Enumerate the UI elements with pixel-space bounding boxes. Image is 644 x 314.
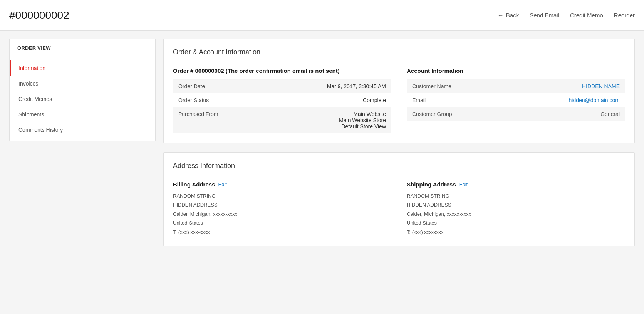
- email-value: hidden@domain.com: [505, 93, 625, 107]
- billing-address-text: RANDOM STRING HIDDEN ADDRESS Calder, Mic…: [173, 191, 391, 237]
- sidebar-item-information[interactable]: Information: [10, 60, 155, 76]
- header-actions: ← Back Send Email Credit Memo Reorder: [498, 12, 635, 19]
- sidebar-item-credit-memos[interactable]: Credit Memos: [10, 91, 155, 107]
- table-row: Email hidden@domain.com: [407, 93, 625, 107]
- customer-name-label: Customer Name: [407, 79, 505, 93]
- order-date-label: Order Date: [173, 79, 265, 93]
- customer-group-label: Customer Group: [407, 107, 505, 121]
- back-arrow-icon: ←: [498, 12, 504, 19]
- billing-address-heading: Billing Address Edit: [173, 181, 391, 188]
- send-email-button[interactable]: Send Email: [530, 12, 559, 18]
- sidebar: ORDER VIEW Information Invoices Credit M…: [9, 39, 156, 306]
- customer-name-value: HIDDEN NAME: [505, 79, 625, 93]
- order-info-col: Order # 000000002 (The order confirmatio…: [173, 67, 391, 133]
- sidebar-title: ORDER VIEW: [10, 39, 155, 57]
- table-row: Customer Name HIDDEN NAME: [407, 79, 625, 93]
- billing-edit-link[interactable]: Edit: [218, 181, 226, 187]
- account-info-col: Account Information Customer Name HIDDEN…: [407, 67, 625, 133]
- email-link[interactable]: hidden@domain.com: [569, 97, 620, 103]
- order-account-section: Order & Account Information Order # 0000…: [163, 39, 635, 143]
- address-heading: Address Information: [173, 162, 625, 175]
- address-two-col: Billing Address Edit RANDOM STRING HIDDE…: [173, 181, 625, 237]
- sidebar-item-comments-history[interactable]: Comments History: [10, 122, 155, 138]
- customer-group-value: General: [505, 107, 625, 121]
- credit-memo-button[interactable]: Credit Memo: [570, 12, 603, 18]
- order-status-value: Complete: [265, 93, 391, 107]
- sidebar-item-invoices[interactable]: Invoices: [10, 76, 155, 91]
- order-account-two-col: Order # 000000002 (The order confirmatio…: [173, 67, 625, 133]
- account-heading: Account Information: [407, 67, 625, 74]
- shipping-address-text: RANDOM STRING HIDDEN ADDRESS Calder, Mic…: [407, 191, 625, 237]
- shipping-edit-link[interactable]: Edit: [459, 181, 468, 187]
- billing-address-col: Billing Address Edit RANDOM STRING HIDDE…: [173, 181, 391, 237]
- main-content: Order & Account Information Order # 0000…: [163, 39, 635, 306]
- email-label: Email: [407, 93, 505, 107]
- order-sub-heading: Order # 000000002 (The order confirmatio…: [173, 67, 391, 74]
- table-row: Purchased From Main Website Main Website…: [173, 107, 391, 133]
- sidebar-item-shipments[interactable]: Shipments: [10, 107, 155, 122]
- reorder-button[interactable]: Reorder: [614, 12, 635, 18]
- order-date-value: Mar 9, 2017, 3:30:45 AM: [265, 79, 391, 93]
- address-section: Address Information Billing Address Edit…: [163, 152, 635, 246]
- order-info-table: Order Date Mar 9, 2017, 3:30:45 AM Order…: [173, 79, 391, 133]
- customer-name-link[interactable]: HIDDEN NAME: [582, 83, 620, 89]
- order-status-label: Order Status: [173, 93, 265, 107]
- sidebar-box: ORDER VIEW Information Invoices Credit M…: [9, 39, 156, 141]
- page-title: #000000002: [9, 9, 498, 22]
- page-body: ORDER VIEW Information Invoices Credit M…: [0, 31, 644, 314]
- account-info-table: Customer Name HIDDEN NAME Email hidden@d…: [407, 79, 625, 121]
- page-header: #000000002 ← Back Send Email Credit Memo…: [0, 0, 644, 31]
- purchased-from-value: Main Website Main Website Store Default …: [265, 107, 391, 133]
- order-account-heading: Order & Account Information: [173, 48, 625, 61]
- shipping-address-col: Shipping Address Edit RANDOM STRING HIDD…: [407, 181, 625, 237]
- table-row: Order Date Mar 9, 2017, 3:30:45 AM: [173, 79, 391, 93]
- shipping-address-heading: Shipping Address Edit: [407, 181, 625, 188]
- table-row: Order Status Complete: [173, 93, 391, 107]
- back-button[interactable]: ← Back: [498, 12, 519, 19]
- table-row: Customer Group General: [407, 107, 625, 121]
- purchased-from-label: Purchased From: [173, 107, 265, 133]
- sidebar-nav: Information Invoices Credit Memos Shipme…: [10, 57, 155, 141]
